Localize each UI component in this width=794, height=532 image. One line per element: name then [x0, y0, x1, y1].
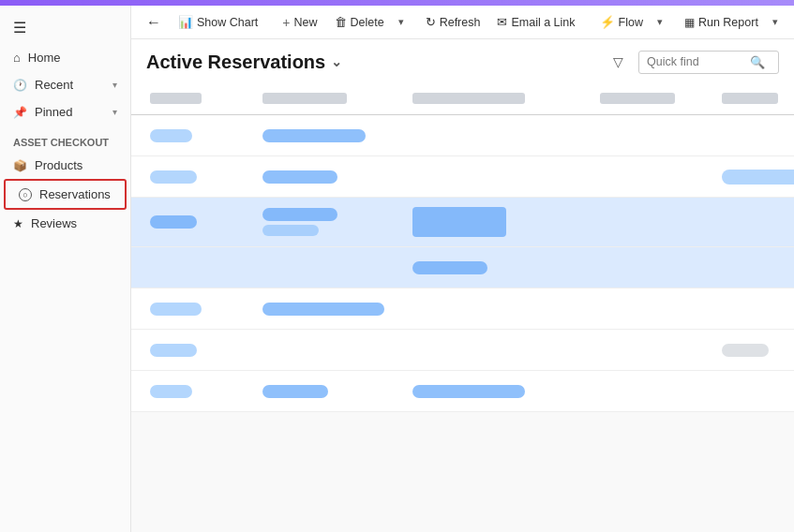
toolbar: ← 📊 Show Chart + New 🗑 Delete ▾ ↻ Refres… — [131, 6, 794, 39]
header-cell-5 — [716, 90, 794, 107]
sidebar-item-reviews[interactable]: ★ Reviews — [0, 210, 130, 237]
header-cell-3 — [407, 90, 594, 107]
sidebar-pinned-label: Pinned — [35, 105, 72, 119]
email-link-label: Email a Link — [511, 16, 575, 29]
data-area — [131, 82, 794, 532]
view-title-container: Active Reservations ⌄ — [146, 52, 342, 73]
sidebar-reservations-label: Reservations — [39, 187, 111, 201]
sidebar-item-reservations[interactable]: ○ Reservations — [4, 179, 127, 210]
sidebar-item-home[interactable]: ⌂ Home — [0, 44, 130, 71]
sidebar-recent-label: Recent — [35, 78, 73, 92]
table-row[interactable] — [131, 247, 794, 288]
products-icon: 📦 — [13, 159, 27, 172]
flow-label: Flow — [619, 16, 643, 29]
delete-button[interactable]: 🗑 Delete — [327, 10, 392, 34]
grid-header-row — [131, 82, 794, 115]
refresh-button[interactable]: ↻ Refresh — [418, 10, 488, 34]
search-icon[interactable]: 🔍 — [750, 55, 765, 69]
view-title-text: Active Reservations — [146, 52, 325, 73]
recent-chevron-icon: ▾ — [112, 80, 117, 90]
pinned-chevron-icon: ▾ — [112, 107, 117, 117]
table-row[interactable] — [131, 288, 794, 330]
main-content: ← 📊 Show Chart + New 🗑 Delete ▾ ↻ Refres… — [131, 6, 794, 532]
table-row[interactable] — [131, 330, 794, 371]
reservations-icon: ○ — [19, 188, 32, 201]
table-row[interactable] — [131, 156, 794, 198]
header-cell-2 — [257, 90, 407, 107]
sidebar-home-label: Home — [28, 51, 61, 65]
sidebar-item-pinned[interactable]: 📌 Pinned ▾ — [0, 98, 130, 126]
sub-header-right: ▽ 🔍 — [606, 49, 779, 75]
pinned-icon: 📌 — [13, 106, 27, 119]
sidebar-item-products[interactable]: 📦 Products — [0, 152, 130, 179]
view-title-chevron-icon[interactable]: ⌄ — [331, 54, 342, 69]
hamburger-menu[interactable]: ☰ — [0, 11, 130, 44]
filter-button[interactable]: ▽ — [606, 49, 631, 75]
search-box: 🔍 — [638, 51, 779, 74]
report-icon: ▦ — [684, 16, 695, 29]
sub-header: Active Reservations ⌄ ▽ 🔍 — [131, 39, 794, 82]
top-purple-bar — [0, 0, 794, 6]
show-chart-label: Show Chart — [197, 16, 258, 29]
run-report-dropdown[interactable]: ▾ — [768, 11, 783, 33]
flow-button[interactable]: ⚡ Flow — [592, 10, 651, 34]
chart-icon: 📊 — [178, 15, 193, 29]
email-icon: ✉ — [497, 15, 507, 29]
flow-icon: ⚡ — [600, 15, 615, 29]
run-report-label: Run Report — [698, 16, 758, 29]
reviews-icon: ★ — [13, 217, 23, 230]
delete-icon: 🗑 — [335, 15, 347, 29]
sidebar-item-recent[interactable]: 🕐 Recent ▾ — [0, 71, 130, 98]
new-icon: + — [282, 15, 290, 30]
header-cell-4 — [594, 90, 716, 107]
delete-label: Delete — [351, 16, 384, 29]
table-row[interactable] — [131, 115, 794, 156]
search-input[interactable] — [647, 55, 750, 68]
filter-icon-symbol: ▽ — [613, 54, 623, 69]
home-icon: ⌂ — [13, 51, 21, 65]
sidebar: ☰ ⌂ Home 🕐 Recent ▾ 📌 Pinned ▾ Asset Che… — [0, 6, 131, 532]
new-label: New — [294, 16, 318, 29]
show-chart-button[interactable]: 📊 Show Chart — [171, 10, 265, 34]
back-button[interactable]: ← — [139, 9, 169, 36]
email-link-button[interactable]: ✉ Email a Link — [489, 10, 582, 34]
refresh-label: Refresh — [440, 16, 481, 29]
delete-dropdown[interactable]: ▾ — [394, 11, 409, 33]
sidebar-reviews-label: Reviews — [31, 216, 77, 230]
refresh-icon: ↻ — [426, 15, 436, 29]
flow-dropdown[interactable]: ▾ — [652, 11, 667, 33]
sidebar-products-label: Products — [35, 158, 82, 172]
table-row[interactable] — [131, 198, 794, 247]
new-button[interactable]: + New — [275, 10, 324, 35]
section-label: Asset Checkout — [0, 126, 130, 152]
recent-icon: 🕐 — [13, 79, 27, 92]
table-row[interactable] — [131, 371, 794, 412]
header-cell-1 — [144, 90, 257, 107]
run-report-button[interactable]: ▦ Run Report — [677, 11, 766, 34]
